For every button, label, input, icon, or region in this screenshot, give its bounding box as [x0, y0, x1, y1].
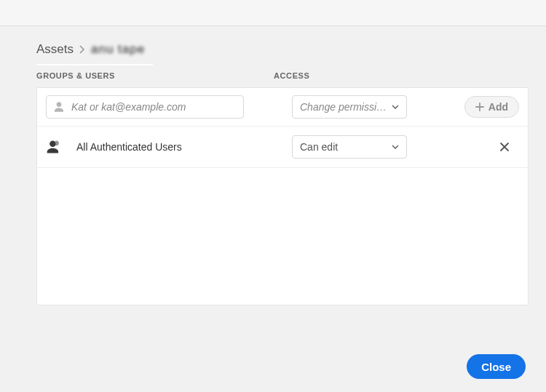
column-header-access: ACCESS [274, 71, 441, 87]
breadcrumb-current: anu tape [91, 42, 145, 57]
add-button-label: Add [488, 101, 508, 113]
breadcrumb-root[interactable]: Assets [36, 42, 74, 57]
add-user-row: Change permissio… Add [37, 88, 528, 127]
user-search-input[interactable] [71, 101, 237, 113]
remove-row-button[interactable] [490, 142, 519, 152]
permissions-panel: Change permissio… Add [36, 87, 529, 305]
breadcrumb: Assets anu tape [36, 42, 529, 57]
chevron-down-icon [392, 145, 399, 149]
add-button[interactable]: Add [464, 96, 519, 118]
column-header-groups-users: GROUPS & USERS [36, 71, 274, 87]
permission-select-new[interactable]: Change permissio… [292, 95, 407, 119]
plus-icon [475, 103, 484, 111]
user-search-field-wrapper[interactable] [46, 95, 244, 119]
permission-row-name: All Authenticated Users [63, 141, 283, 153]
permission-select-new-label: Change permissio… [300, 101, 392, 113]
users-group-icon [46, 139, 63, 155]
permission-row: All Authenticated Users Can edit [37, 127, 528, 168]
user-icon [52, 100, 66, 113]
close-button[interactable]: Close [467, 354, 526, 379]
permission-select-label: Can edit [300, 141, 338, 153]
chevron-right-icon [79, 45, 85, 54]
permission-select[interactable]: Can edit [292, 135, 407, 159]
tab-underline [36, 64, 153, 65]
chevron-down-icon [392, 105, 399, 109]
close-icon [499, 142, 510, 152]
top-bar [0, 0, 546, 26]
